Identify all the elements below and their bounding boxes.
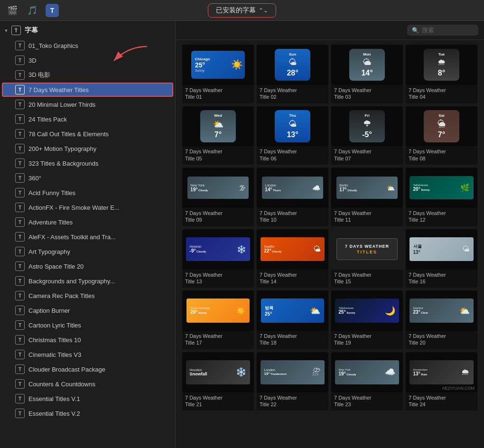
item-label-12: 7 Days WeatherTitle 12 <box>406 208 477 226</box>
title-icon[interactable]: T <box>46 4 59 17</box>
sidebar-item-label-20: Christmas Titles 10 <box>28 336 81 344</box>
item-label-14: 7 Days WeatherTitle 14 <box>257 270 328 288</box>
grid-item-2[interactable]: Sun 🌤 28° 7 Days WeatherTitle 02 <box>257 45 328 103</box>
grid-item-3[interactable]: Mon 🌥 14° 7 Days WeatherTitle 03 <box>331 45 403 103</box>
item-label-19: 7 Days WeatherTitle 19 <box>331 331 403 349</box>
collapse-triangle: ▼ <box>4 28 9 33</box>
grid-item-16[interactable]: 서울 13° 🌤 7 Days WeatherTitle 16 <box>406 229 477 288</box>
item-t-icon: T <box>15 232 25 242</box>
grid-item-24[interactable]: Amsterdam 13° Rain 🌧 AEZIYUAN.COM 7 Days… <box>406 352 477 411</box>
item-t-icon: T <box>15 350 25 359</box>
sidebar-item-8[interactable]: T 323 Titles & Backgrounds <box>2 156 173 170</box>
dropdown-label: 已安装的字幕 <box>216 6 256 15</box>
grid-item-20[interactable]: Istanbul 23° Clear ⛅ 7 Days WeatherTitle… <box>406 290 477 349</box>
grid-item-22[interactable]: London 19° Thunderstorm ⛈ 7 Days Weather… <box>257 352 328 411</box>
grid-item-18[interactable]: 방콕 25° ⛅ 7 Days WeatherTitle 18 <box>257 290 328 349</box>
sidebar-item-6[interactable]: T 78 Call Out Titles & Elements <box>2 127 173 141</box>
search-input[interactable] <box>422 27 474 34</box>
sidebar-item-label-15: Astro Space Title 20 <box>28 263 84 270</box>
grid-item-4[interactable]: Tue 🌧 8° 7 Days WeatherTitle 04 <box>406 45 477 103</box>
sidebar-item-label-11: ActionFX - Fire Smoke Water E... <box>28 204 120 211</box>
sidebar-item-label-17: Camera Rec Pack Titles <box>28 292 94 299</box>
sidebar-item-10[interactable]: T Acid Funny Titles <box>2 186 173 200</box>
grid-item-13[interactable]: Helsinki -9° Cloudy ❄️ 7 Days WeatherTit… <box>182 229 254 288</box>
item-label-3: 7 Days WeatherTitle 03 <box>331 85 403 103</box>
item-t-icon: T <box>15 56 25 65</box>
thumb-5: Wed ⛅ 7° <box>182 106 254 147</box>
item-t-icon: T <box>15 217 25 227</box>
sidebar-item-7[interactable]: T 200+ Motion Typography <box>2 141 173 156</box>
thumb-13: Helsinki -9° Cloudy ❄️ <box>182 229 254 270</box>
item-label-2: 7 Days WeatherTitle 02 <box>257 85 328 103</box>
sidebar-item-label-21: Cinematic Titles V3 <box>28 351 81 358</box>
grid-item-12[interactable]: Tallahassee 20° Sunny 🌿 7 Days WeatherTi… <box>406 168 477 226</box>
grid-item-6[interactable]: Thu 🌤 13° 7 Days WeatherTitle 06 <box>257 106 328 165</box>
sidebar-item-3[interactable]: T 7 Days Weather Titles <box>2 83 173 97</box>
sidebar-item-label-8: 323 Titles & Backgrounds <box>28 160 98 167</box>
grid-item-7[interactable]: Fri 🌩 -5° 7 Days WeatherTitle 07 <box>331 106 403 165</box>
sidebar-item-15[interactable]: T Astro Space Title 20 <box>2 259 173 273</box>
item-t-icon: T <box>15 247 25 256</box>
item-label-17: 7 Days WeatherTitle 17 <box>182 331 254 349</box>
item-label-9: 7 Days WeatherTitle 09 <box>182 208 254 226</box>
sidebar-item-label-23: Counters & Countdowns <box>28 381 95 388</box>
item-label-24: 7 Days WeatherTitle 24 <box>406 392 477 411</box>
chevron-icon: ⌃⌄ <box>259 7 268 14</box>
sidebar-item-14[interactable]: T Art Typography <box>2 244 173 259</box>
sidebar-item-2[interactable]: T 3D 电影 <box>2 68 173 82</box>
item-label-11: 7 Days WeatherTitle 11 <box>331 208 403 226</box>
main-content: ▼ T 字幕 T 01_Toko Graphics T 3D T 3D 电影 T… <box>0 21 484 448</box>
music-icon[interactable]: 🎵 <box>26 4 39 17</box>
sidebar-item-13[interactable]: T AleFX - Assets Toolkit and Tra... <box>2 230 173 244</box>
item-t-icon: T <box>15 261 25 271</box>
sidebar-category-icon: T <box>11 26 21 35</box>
installed-subtitles-dropdown[interactable]: 已安装的字幕 ⌃⌄ <box>208 3 276 18</box>
filmstrip-icon[interactable]: 🎬 <box>6 4 19 17</box>
grid-item-21[interactable]: Houston Snowfall ❄️ 7 Days WeatherTitle … <box>182 352 254 411</box>
grid-item-17[interactable]: Santo Domingo 29° Sunny ☀️ 7 Days Weathe… <box>182 290 254 349</box>
sidebar-item-5[interactable]: T 24 Titles Pack <box>2 112 173 126</box>
item-label-20: 7 Days WeatherTitle 20 <box>406 331 477 349</box>
sidebar-item-22[interactable]: T Clouder Broadcast Package <box>2 362 173 376</box>
sidebar-item-25[interactable]: T Essential Titles V.2 <box>2 406 173 420</box>
sidebar-item-24[interactable]: T Essential Titles V.1 <box>2 392 173 406</box>
sidebar-item-0[interactable]: T 01_Toko Graphics <box>2 38 173 53</box>
item-t-icon: T <box>15 100 25 109</box>
item-t-icon: T <box>15 320 25 330</box>
grid-item-19[interactable]: Tallahassee 25° Sunny 🌙 7 Days WeatherTi… <box>331 290 403 349</box>
toolbar-icons: 🎬 🎵 T <box>6 4 59 17</box>
item-t-icon: T <box>15 379 25 389</box>
sidebar-item-label-6: 78 Call Out Titles & Elements <box>28 131 109 138</box>
grid-item-14[interactable]: Seattle 22° Cloudy 🌤 7 Days WeatherTitle… <box>257 229 328 288</box>
sidebar-item-18[interactable]: T Caption Burner <box>2 303 173 317</box>
thumb-11: Berlin 17° Cloudy ⛅ <box>331 168 403 208</box>
sidebar-item-label-7: 200+ Motion Typography <box>28 145 96 152</box>
grid-item-5[interactable]: Wed ⛅ 7° 7 Days WeatherTitle 05 <box>182 106 254 165</box>
sidebar-item-11[interactable]: T ActionFX - Fire Smoke Water E... <box>2 200 173 215</box>
grid-item-11[interactable]: Berlin 17° Cloudy ⛅ 7 Days WeatherTitle … <box>331 168 403 226</box>
grid-item-8[interactable]: Sat 🌦 7° 7 Days WeatherTitle 08 <box>406 106 477 165</box>
sidebar-item-label-19: Cartoon Lyric Titles <box>28 322 81 329</box>
grid-item-15[interactable]: 7 DAYS WEATHER TITLES 7 Days WeatherTitl… <box>331 229 403 288</box>
grid-item-23[interactable]: New York 19° Cloudy ☁️ 7 Days WeatherTit… <box>331 352 403 411</box>
thumb-14: Seattle 22° Cloudy 🌤 <box>257 229 328 270</box>
thumb-17: Santo Domingo 29° Sunny ☀️ <box>182 290 254 331</box>
sidebar-item-17[interactable]: T Camera Rec Pack Titles <box>2 289 173 303</box>
sidebar-item-19[interactable]: T Cartoon Lyric Titles <box>2 318 173 332</box>
sidebar-item-16[interactable]: T Backgrounds and Typography... <box>2 274 173 288</box>
sidebar-item-20[interactable]: T Christmas Titles 10 <box>2 333 173 347</box>
sidebar-item-12[interactable]: T Adventure Titles <box>2 215 173 229</box>
sidebar-item-23[interactable]: T Counters & Countdowns <box>2 377 173 391</box>
grid-item-9[interactable]: New York 19° Cloudy 🌫 7 Days WeatherTitl… <box>182 168 254 226</box>
grid-item-1[interactable]: Chicago 25° Sunny ☀️ 7 Days WeatherTitle… <box>182 45 254 103</box>
sidebar-item-1[interactable]: T 3D <box>2 53 173 67</box>
grid-item-10[interactable]: London 14° Thurs ☁️ 7 Days WeatherTitle … <box>257 168 328 226</box>
sidebar-header[interactable]: ▼ T 字幕 <box>0 21 175 38</box>
sidebar-item-4[interactable]: T 20 Minimal Lower Thirds <box>2 97 173 112</box>
item-t-icon: T <box>15 144 25 153</box>
sidebar-item-21[interactable]: T Cinematic Titles V3 <box>2 347 173 362</box>
toolbar-center: 已安装的字幕 ⌃⌄ <box>208 3 276 18</box>
thumb-3: Mon 🌥 14° <box>331 45 403 85</box>
sidebar-item-9[interactable]: T 360° <box>2 171 173 185</box>
item-t-icon: T <box>15 129 25 139</box>
